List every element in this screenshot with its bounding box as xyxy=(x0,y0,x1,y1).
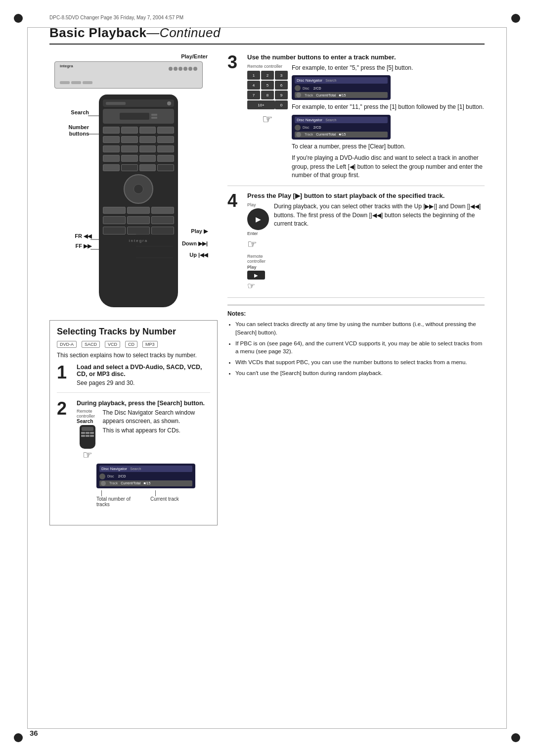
notes-section: Notes: You can select tracks directly at… xyxy=(227,305,485,377)
step-4-title: Press the Play [▶] button to start playb… xyxy=(247,192,485,199)
step-3-body2: For example, to enter "11," press the [1… xyxy=(292,103,485,111)
num-3: 3 xyxy=(275,71,288,80)
step-3-title: Use the number buttons to enter a track … xyxy=(247,53,485,61)
remote-top-area xyxy=(103,99,174,107)
num-9: 9 xyxy=(275,91,288,99)
step-4-content: Press the Play [▶] button to start playb… xyxy=(247,192,485,291)
screen2-note-icon xyxy=(296,93,301,97)
mr-btn xyxy=(86,432,89,434)
remote-btn xyxy=(157,136,174,143)
remote-btn xyxy=(157,145,174,152)
remote-num-grid xyxy=(103,127,174,171)
remote-btn-row-2 xyxy=(103,136,174,143)
screen2-title: Disc Navigator Search xyxy=(295,77,388,84)
hand-icon-4: ☞ xyxy=(247,238,269,251)
hand-cursor-icon: ☞ xyxy=(83,449,92,462)
screen2-row-1: Disc 2/CD xyxy=(295,85,388,91)
notes-title: Notes: xyxy=(227,310,485,317)
screen2-disc-icon xyxy=(295,85,301,91)
num-btn-grid: 1 2 3 4 5 6 7 8 9 10+ 0 xyxy=(247,71,288,109)
callout-line-2 xyxy=(155,490,179,496)
step-3-body1: For example, to enter "5," press the [5]… xyxy=(292,64,485,72)
remote-btn-t1 xyxy=(103,227,126,235)
screen-row-1: Disc 2/CD xyxy=(99,473,192,479)
mini-remote-row-1 xyxy=(81,432,94,434)
mini-remote-row-2 xyxy=(81,435,94,437)
screen-mockup-1: Disc Navigator Search Disc 2/CD Track xyxy=(96,464,195,488)
step-1: 1 Load and select a DVD-Audio, SACD, VCD… xyxy=(57,364,210,393)
dvd-btn-6 xyxy=(193,67,197,71)
screen3-title: Disc Navigator Search xyxy=(295,117,388,123)
screen-mockup-3: Disc Navigator Search Disc 2/CD xyxy=(292,115,391,140)
step-3-layout: Remote controller 1 2 3 4 5 6 7 8 xyxy=(247,64,485,180)
screen-track-label: Track xyxy=(109,481,118,485)
num-0: 0 xyxy=(275,100,288,109)
fr-label: FR ◀◀ xyxy=(49,233,91,239)
remote-btn xyxy=(103,136,120,143)
mr-btn xyxy=(90,435,94,437)
remote-ff-btn xyxy=(103,216,126,224)
remote-ir xyxy=(167,101,171,105)
screen-title-1: Disc Navigator Search xyxy=(99,466,192,472)
num-2: 2 xyxy=(261,71,274,80)
note-item-4: You can't use the [Search] button during… xyxy=(235,369,485,378)
corner-mark-tr xyxy=(511,14,520,23)
dvd-buttons xyxy=(169,67,197,71)
corner-mark-br xyxy=(511,733,520,742)
screen-row-2: Track Current/Total ■/15 xyxy=(99,480,192,486)
screen-disc-val: 2/CD xyxy=(118,474,126,478)
screen2-track-val: Current/Total xyxy=(316,94,336,97)
step-3-body4: If you're playing a DVD-Audio disc and w… xyxy=(292,154,485,180)
format-cd: CD xyxy=(125,341,137,348)
total-tracks-text: Total number of tracks xyxy=(96,496,131,507)
remote-btn xyxy=(103,145,120,152)
format-mp3: MP3 xyxy=(142,341,158,348)
play-label-4: Play xyxy=(247,202,269,207)
remote-btn xyxy=(157,164,174,171)
remote-transport xyxy=(103,216,174,224)
step-4-text-area: During playback, you can select other tr… xyxy=(274,202,485,291)
fr-line xyxy=(90,237,100,242)
step-2-content: During playback, press the [Search] butt… xyxy=(77,400,210,507)
step-2-num: 2 xyxy=(57,400,72,507)
remote-btn xyxy=(103,127,120,134)
remote-brand: integra xyxy=(103,238,174,243)
rc-label-2: Remote controller xyxy=(77,409,99,419)
remote-btn xyxy=(121,127,138,134)
search-small-label: Search xyxy=(77,419,99,424)
number-buttons-label: Number buttons xyxy=(49,124,89,137)
step-4-body: During playback, you can select other tr… xyxy=(274,202,485,228)
screen3-track-label: Track xyxy=(305,133,313,136)
screen3-row-2: Track Current/Total ■/15 xyxy=(295,132,388,138)
screen-disc-icon xyxy=(99,473,105,479)
remote-annotations-wrapper: Search Number buttons xyxy=(49,94,208,312)
format-vcd: VCD xyxy=(105,341,120,348)
dvd-slots xyxy=(60,81,92,84)
step-2-body1: The Disc Navigator Search window appears… xyxy=(103,409,210,425)
remote-side-btns xyxy=(151,114,157,119)
mr-btn xyxy=(90,432,94,434)
num-1: 1 xyxy=(247,71,260,80)
screen3-disc-val: 2/CD xyxy=(313,126,321,129)
enter-label: Enter xyxy=(247,231,269,236)
play-line xyxy=(136,232,176,237)
note-item-2: If PBC is on (see page 64), and the curr… xyxy=(235,339,485,356)
screen3-track-val: Current/Total xyxy=(316,133,336,136)
step-1-num: 1 xyxy=(57,364,72,387)
step-2-text: During playback, press the [Search] butt… xyxy=(77,400,210,462)
meta-line: DPC-8.5DVD Changer Page 36 Friday, May 7… xyxy=(49,15,514,20)
play-arrow-label: Play ▶ xyxy=(191,228,208,235)
step-1-content: Load and select a DVD-Audio, SACD, VCD, … xyxy=(77,364,210,387)
remote-btn-row-4 xyxy=(103,155,174,162)
dvd-slot-3 xyxy=(83,81,92,84)
remote-btn-row-3 xyxy=(103,145,174,152)
mini-remote-area: ☞ xyxy=(77,425,99,462)
num-5: 5 xyxy=(261,81,274,90)
dvd-slot-2 xyxy=(71,81,81,84)
up-label: Up |◀◀ xyxy=(189,252,208,258)
remote-inner: integra xyxy=(99,94,178,307)
screen-track-val: Current/Total xyxy=(121,481,140,485)
remote-btn xyxy=(139,127,156,134)
left-column: Play/Enter integra xyxy=(49,53,218,525)
remote-top-bar xyxy=(106,102,126,105)
